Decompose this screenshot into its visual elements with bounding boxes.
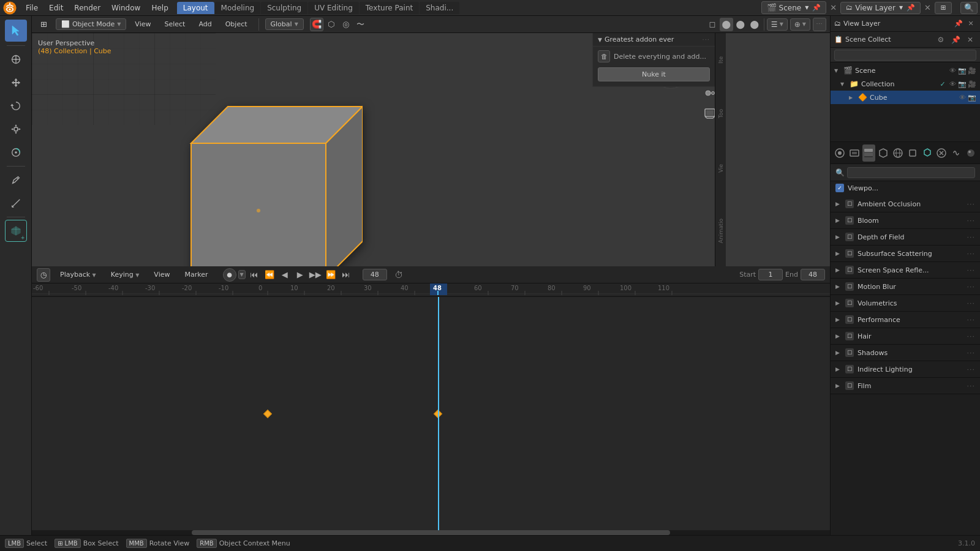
section-header-hair[interactable]: ▶ ☐ Hair ··· — [831, 328, 980, 344]
timeline-editor-type[interactable]: ◷ — [37, 268, 50, 282]
vl-close-btn[interactable]: ✕ — [965, 18, 976, 29]
constraints-props-btn[interactable] — [949, 144, 963, 162]
play-btn[interactable]: ▶ — [293, 268, 307, 282]
props-search-input[interactable] — [847, 167, 975, 178]
keyframe-0[interactable] — [263, 409, 272, 418]
scene-close-icon[interactable]: ✕ — [830, 3, 837, 12]
scale-tool[interactable] — [5, 118, 27, 140]
vl-pin-btn[interactable]: 📌 — [953, 18, 964, 29]
section-header-film[interactable]: ▶ ☐ Film ··· — [831, 378, 980, 394]
overlay-dropdown[interactable]: ☰ ▼ — [767, 18, 788, 31]
menu-edit[interactable]: Edit — [44, 2, 68, 13]
start-frame-input[interactable]: 1 — [758, 269, 783, 280]
timeline-scrollbar-track[interactable] — [32, 530, 830, 535]
scene-selector[interactable]: 🎬 Scene ▼ 📌 — [761, 1, 827, 14]
tree-scene-root[interactable]: ▼ 🎬 Scene 👁 📷 🎥 — [831, 64, 980, 77]
transform-tool[interactable] — [5, 141, 27, 163]
options-btn[interactable]: ··· — [813, 18, 826, 31]
step-back-btn[interactable]: ◀ — [278, 268, 292, 282]
coll-vis-icon[interactable]: 👁 — [948, 80, 957, 88]
section-header-il[interactable]: ▶ ☐ Indirect Lighting ··· — [831, 361, 980, 377]
tree-collection[interactable]: ▼ 📁 Collection ✓ 👁 📷 🎥 — [831, 77, 980, 91]
jump-next-keyframe-btn[interactable]: ⏩ — [324, 268, 337, 282]
menu-file[interactable]: File — [21, 2, 43, 13]
world-props-btn[interactable] — [891, 144, 905, 162]
view-layer-selector[interactable]: 🗂 View Layer ▼ 📌 — [840, 2, 921, 14]
section-header-ssr[interactable]: ▶ ☐ Screen Space Refle... ··· — [831, 262, 980, 278]
view-layer-props-btn[interactable] — [862, 144, 876, 162]
solid-btn[interactable]: ⬤ — [720, 18, 733, 31]
wireframe-btn[interactable]: ◻ — [706, 18, 719, 31]
addon-delete-icon-btn[interactable]: 🗑 — [598, 50, 610, 62]
section-header-bloom[interactable]: ▶ ☐ Bloom ··· — [831, 212, 980, 228]
scene-render-icon[interactable]: 🎥 — [968, 67, 976, 75]
tab-modeling[interactable]: Modeling — [215, 2, 261, 14]
jump-to-start-btn[interactable]: ⏮ — [247, 268, 261, 282]
editor-type-btn[interactable]: ⊞ — [935, 2, 952, 14]
outliner-close-btn[interactable]: ✕ — [964, 34, 976, 46]
scene-cam-icon[interactable]: 📷 — [958, 67, 967, 75]
physics-props-btn[interactable] — [935, 144, 949, 162]
coll-cam-icon[interactable]: 📷 — [958, 80, 967, 88]
proportional-btn[interactable]: ◎ — [339, 18, 353, 31]
section-header-dof[interactable]: ▶ ☐ Depth of Field ··· — [831, 229, 980, 245]
view-menu[interactable]: View — [130, 19, 156, 29]
timeline-content[interactable] — [32, 297, 830, 530]
tab-uv-editing[interactable]: UV Editing — [308, 2, 359, 14]
coll-render-icon[interactable]: 🎥 — [968, 80, 976, 88]
editor-type-dropdown[interactable]: ⊞ — [36, 18, 52, 30]
select-menu[interactable]: Select — [159, 19, 190, 29]
rotate-tool[interactable] — [5, 95, 27, 117]
output-props-btn[interactable] — [848, 144, 861, 162]
cube-object[interactable] — [154, 82, 363, 266]
step-forward-btn[interactable]: ▶▶ — [309, 268, 322, 282]
outliner-search-input[interactable] — [834, 50, 976, 61]
object-props-btn[interactable] — [906, 144, 919, 162]
current-frame-display[interactable]: 48 — [363, 269, 387, 280]
outliner-pin-btn[interactable]: 📌 — [949, 34, 962, 46]
scene-props-btn[interactable] — [876, 144, 890, 162]
timing-icon[interactable]: ⏱ — [392, 268, 405, 282]
tab-sculpting[interactable]: Sculpting — [261, 2, 307, 14]
cube-cam-icon[interactable]: 📷 — [968, 94, 976, 102]
scene-vis-icon[interactable]: 👁 — [948, 67, 957, 75]
tab-layout[interactable]: Layout — [177, 2, 214, 14]
cursor-tool[interactable] — [5, 48, 27, 70]
view-menu-timeline[interactable]: View — [149, 269, 175, 280]
vl-close-icon[interactable]: ✕ — [924, 3, 931, 12]
section-header-vol[interactable]: ▶ ☐ Volumetrics ··· — [831, 295, 980, 311]
add-menu[interactable]: Add — [194, 19, 216, 29]
timeline-scrollbar-thumb[interactable] — [192, 530, 671, 535]
viewport-checkbox[interactable]: ✓ — [835, 184, 844, 192]
section-header-perf[interactable]: ▶ ☐ Performance ··· — [831, 312, 980, 328]
coll-check-1[interactable]: ✓ — [938, 80, 947, 88]
render-props-btn[interactable] — [833, 144, 846, 162]
jump-back-keyframe-btn[interactable]: ⏪ — [263, 268, 276, 282]
section-header-ambient-occlusion[interactable]: ▶ ☐ Ambient Occlusion ··· — [831, 196, 980, 212]
viewport-3d[interactable]: User Perspective (48) Collection | Cube — [32, 33, 830, 266]
playback-menu[interactable]: Playback ▼ — [55, 269, 101, 280]
wave-btn[interactable]: 〜 — [354, 18, 368, 31]
material-props-btn[interactable] — [964, 144, 978, 162]
search-btn[interactable]: 🔍 — [960, 2, 978, 14]
outliner-filter-btn[interactable]: ⚙ — [935, 34, 947, 46]
annotate-tool[interactable] — [5, 169, 27, 191]
tab-texture-paint[interactable]: Texture Paint — [360, 2, 419, 14]
section-header-shadows[interactable]: ▶ ☐ Shadows ··· — [831, 345, 980, 361]
marker-menu[interactable]: Marker — [179, 269, 213, 280]
gizmo-dropdown[interactable]: ⊕ ▼ — [790, 18, 810, 31]
frame-dropdown[interactable]: ▼ — [238, 270, 246, 279]
measure-tool[interactable] — [5, 192, 27, 214]
move-tool[interactable] — [5, 72, 27, 94]
jump-to-end-btn[interactable]: ⏭ — [339, 268, 353, 282]
section-header-mb[interactable]: ▶ ☐ Motion Blur ··· — [831, 279, 980, 294]
snap-type-btn[interactable]: ⬡ — [325, 18, 338, 31]
section-header-sss[interactable]: ▶ ☐ Subsurface Scattering ··· — [831, 246, 980, 261]
menu-window[interactable]: Window — [107, 2, 145, 13]
object-menu[interactable]: Object — [221, 19, 252, 29]
end-frame-input[interactable]: 48 — [801, 269, 825, 280]
rendered-btn[interactable]: ⬤ — [748, 18, 761, 31]
modifier-props-btn[interactable] — [921, 144, 934, 162]
menu-help[interactable]: Help — [146, 2, 173, 13]
tree-cube[interactable]: ▶ 🔶 Cube 👁 📷 — [831, 91, 980, 104]
